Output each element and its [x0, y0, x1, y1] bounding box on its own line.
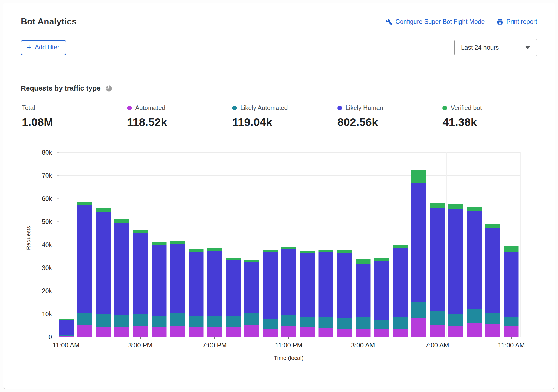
segment-automated [300, 327, 315, 337]
x-axis-tick [437, 337, 437, 339]
segment-verified-bot [170, 241, 185, 244]
segment-likely-automated [96, 314, 111, 326]
likely-automated-legend-dot [232, 106, 237, 110]
add-filter-button[interactable]: + Add filter [21, 40, 66, 55]
bar-slot [428, 152, 447, 337]
bot-analytics-card: Bot Analytics Configure Super Bot Fight … [3, 3, 555, 389]
stacked-bar-8-00-pm-9[interactable] [226, 258, 241, 337]
bar-slot [280, 152, 298, 337]
segment-likely-human [133, 233, 148, 314]
segment-likely-automated [281, 315, 296, 326]
stacked-bar-9-00-pm-10[interactable] [244, 260, 259, 337]
segment-verified-bot [448, 204, 463, 209]
segment-likely-human [152, 245, 166, 316]
stacked-bar-6-00-pm-7[interactable] [189, 249, 203, 337]
bar-slot [113, 152, 131, 337]
segment-verified-bot [207, 248, 222, 251]
segment-likely-human [337, 253, 352, 318]
stacked-bar-3-00-pm-4[interactable] [133, 230, 148, 337]
stacked-bar-5-00-pm-6[interactable] [170, 241, 185, 337]
stacked-bar-10-00-am-23[interactable] [485, 224, 500, 337]
x-axis-label: 11:00 PM [275, 341, 303, 349]
stacked-bar-2-00-am-15[interactable] [337, 250, 352, 337]
segment-verified-bot [226, 258, 241, 260]
segment-automated [374, 329, 389, 337]
automated-legend-dot [127, 106, 132, 110]
stat-value: 1.08M [22, 116, 114, 129]
segment-likely-automated [374, 320, 389, 329]
time-range-select[interactable]: Last 24 hours [454, 39, 537, 56]
stacked-bar-2-00-pm-3[interactable] [114, 219, 129, 337]
configure-link-label: Configure Super Bot Fight Mode [395, 18, 485, 25]
segment-verified-bot [319, 250, 333, 252]
segment-verified-bot [374, 258, 389, 261]
stacked-bar-4-00-pm-5[interactable] [152, 242, 166, 337]
segment-likely-automated [430, 311, 445, 325]
stacked-bar-12-00-am-13[interactable] [300, 251, 315, 337]
stacked-bar-5-00-am-18[interactable] [393, 245, 408, 337]
likely-human-legend-dot [337, 106, 342, 110]
stacked-bar-8-00-am-21[interactable] [448, 204, 463, 337]
print-report-link[interactable]: Print report [497, 18, 537, 25]
segment-automated [152, 327, 166, 337]
segment-verified-bot [77, 202, 92, 205]
stat-value: 802.56k [337, 116, 429, 129]
y-axis-label: 20k [42, 287, 52, 295]
segment-automated [485, 324, 500, 337]
x-axis-label: 11:00 AM [52, 341, 80, 349]
stat-label-row: Likely Human [337, 104, 429, 112]
stacked-bar-3-00-am-16[interactable] [356, 259, 370, 337]
stacked-bar-11-00-pm-12[interactable] [281, 247, 296, 337]
segment-likely-human [170, 244, 185, 312]
segment-verified-bot [300, 251, 315, 253]
segment-automated [114, 327, 129, 337]
x-axis-tick [66, 337, 66, 339]
traffic-type-stats: Total1.08MAutomated118.52kLikely Automat… [21, 103, 537, 134]
stacked-bar-6-00-am-19[interactable] [411, 170, 426, 337]
segment-likely-human [96, 212, 111, 315]
segment-verified-bot [467, 207, 482, 211]
stat-label-row: Verified bot [442, 104, 534, 112]
pie-chart-icon [105, 85, 112, 92]
segment-automated [226, 327, 241, 337]
bar-slot [446, 152, 465, 337]
stacked-bar-4-00-am-17[interactable] [374, 258, 389, 337]
section-title-row: Requests by traffic type [21, 84, 537, 92]
segment-likely-automated [337, 318, 352, 329]
stacked-bar-11-00-am-24[interactable] [504, 246, 519, 337]
x-axis-tick [288, 337, 289, 339]
stacked-bar-1-00-pm-2[interactable] [96, 208, 111, 337]
stat-value: 118.52k [127, 116, 219, 129]
bar-slot [484, 152, 502, 337]
y-axis-label: 70k [42, 172, 52, 179]
x-axis-label: 3:00 AM [351, 341, 375, 349]
segment-automated [504, 326, 519, 337]
segment-likely-automated [504, 317, 519, 326]
bar-slot [354, 152, 372, 337]
stacked-bar-9-00-am-22[interactable] [467, 207, 482, 337]
x-axis-label: 7:00 PM [202, 341, 227, 349]
configure-super-bot-fight-mode-link[interactable]: Configure Super Bot Fight Mode [386, 18, 485, 25]
stacked-bar-11-00-am-0[interactable] [59, 319, 74, 337]
stat-label-row: Automated [127, 104, 219, 112]
card-body: Requests by traffic type Total1.08MAutom… [3, 69, 555, 364]
segment-likely-human [189, 252, 203, 317]
segment-automated [411, 318, 426, 337]
stacked-bar-7-00-pm-8[interactable] [207, 248, 222, 337]
segment-likely-human [374, 261, 389, 320]
segment-likely-automated [263, 319, 278, 329]
bar-slot [298, 152, 317, 337]
add-filter-label: Add filter [35, 44, 60, 51]
segment-automated [281, 326, 296, 337]
bar-slot [242, 152, 261, 337]
stacked-bar-10-00-pm-11[interactable] [263, 250, 278, 337]
print-link-label: Print report [506, 18, 537, 25]
bar-slot [317, 152, 335, 337]
time-range-value: Last 24 hours [461, 44, 499, 51]
segment-automated [356, 329, 370, 337]
stacked-bar-12-00-pm-1[interactable] [77, 202, 92, 337]
stacked-bar-7-00-am-20[interactable] [430, 203, 445, 337]
stacked-bar-1-00-am-14[interactable] [319, 250, 333, 337]
segment-likely-automated [189, 316, 203, 327]
verified-bot-legend-dot [442, 106, 447, 110]
